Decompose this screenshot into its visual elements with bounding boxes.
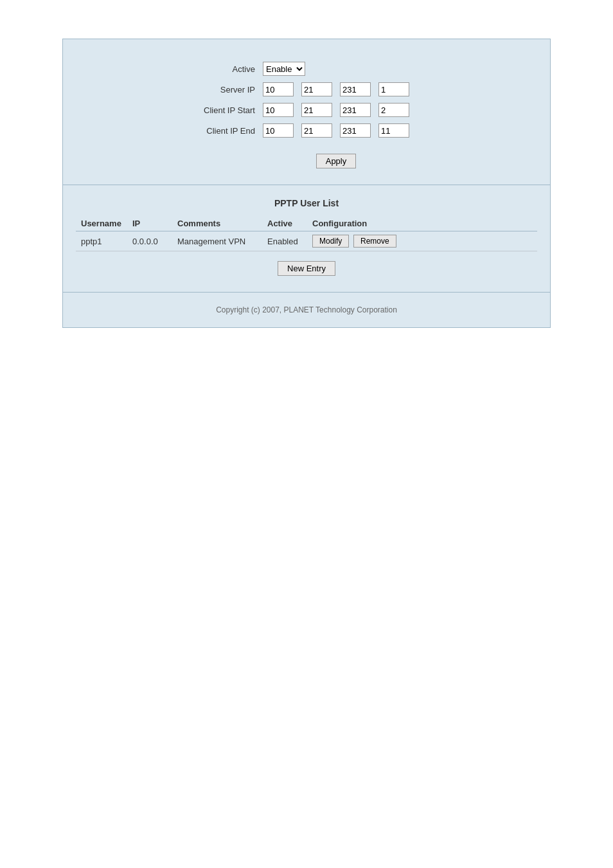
col-header-active: Active <box>262 216 307 231</box>
cell-comments: Management VPN <box>172 231 262 251</box>
pptp-user-list-title: PPTP User List <box>76 198 537 208</box>
client-ip-start-label: Client IP Start <box>204 105 255 115</box>
client-start-oct4[interactable] <box>378 103 409 117</box>
new-entry-button[interactable]: New Entry <box>278 261 335 276</box>
settings-form: Active EnableDisable Server IP <box>200 59 413 172</box>
pptp-user-list-section: PPTP User List Username IP Comments Acti… <box>63 185 550 293</box>
top-form-section: Active EnableDisable Server IP <box>63 39 550 185</box>
client-start-oct2[interactable] <box>301 103 332 117</box>
new-entry-row: New Entry <box>76 251 537 279</box>
client-end-oct4[interactable] <box>378 123 409 138</box>
client-end-oct1[interactable] <box>263 123 294 138</box>
table-row: pptp1 0.0.0.0 Management VPN Enabled Mod… <box>76 231 537 251</box>
apply-button[interactable]: Apply <box>316 154 357 168</box>
client-ip-end-label: Client IP End <box>206 126 255 136</box>
main-panel: Active EnableDisable Server IP <box>62 39 551 328</box>
cell-active: Enabled <box>262 231 307 251</box>
cell-username: pptp1 <box>76 231 127 251</box>
col-header-ip: IP <box>127 216 172 231</box>
col-header-configuration: Configuration <box>307 216 537 231</box>
client-start-oct1[interactable] <box>263 103 294 117</box>
copyright-text: Copyright (c) 2007, PLANET Technology Co… <box>216 305 397 314</box>
col-header-comments: Comments <box>172 216 262 231</box>
client-start-oct3[interactable] <box>340 103 371 117</box>
active-select[interactable]: EnableDisable <box>263 62 305 76</box>
server-ip-oct1[interactable] <box>263 82 294 96</box>
cell-configuration: Modify Remove <box>307 231 537 251</box>
active-label: Active <box>233 64 255 74</box>
client-end-oct3[interactable] <box>340 123 371 138</box>
client-end-oct2[interactable] <box>301 123 332 138</box>
server-ip-oct4[interactable] <box>378 82 409 96</box>
cell-ip: 0.0.0.0 <box>127 231 172 251</box>
user-list-table: Username IP Comments Active Configuratio… <box>76 216 537 251</box>
remove-button[interactable]: Remove <box>353 235 396 248</box>
server-ip-oct2[interactable] <box>301 82 332 96</box>
footer-section: Copyright (c) 2007, PLANET Technology Co… <box>63 293 550 327</box>
col-header-username: Username <box>76 216 127 231</box>
modify-button[interactable]: Modify <box>312 235 349 248</box>
server-ip-oct3[interactable] <box>340 82 371 96</box>
server-ip-label: Server IP <box>220 85 255 95</box>
